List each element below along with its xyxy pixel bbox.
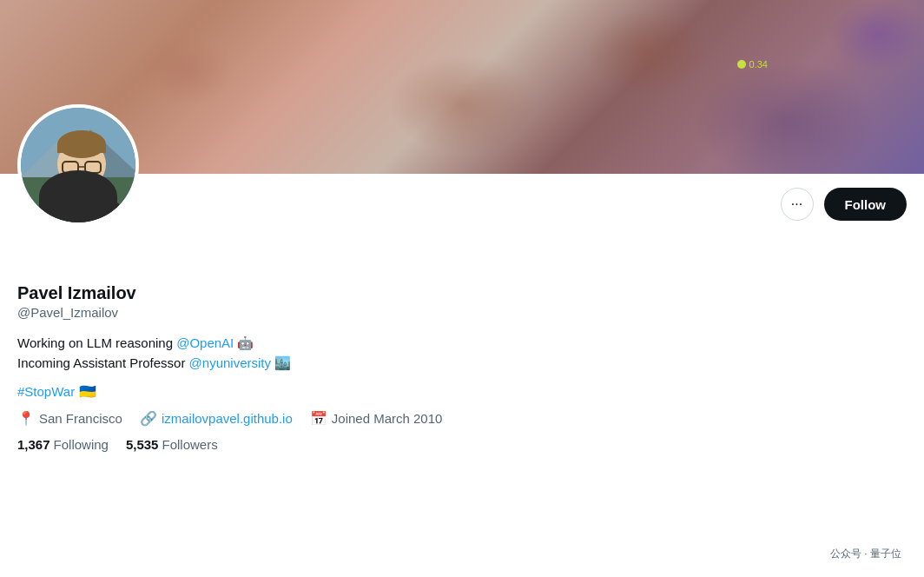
actions-row: ··· Follow: [17, 174, 907, 221]
following-stat[interactable]: 1,367 Following: [17, 437, 109, 452]
following-label: Following: [54, 437, 109, 452]
website-link[interactable]: izmailovpavel.github.io: [162, 411, 293, 426]
bio: Working on LLM reasoning @OpenAI 🤖 Incom…: [17, 334, 907, 373]
bio-emoji1: 🤖: [237, 335, 254, 350]
hashtag-line: #StopWar 🇺🇦: [17, 383, 907, 400]
calendar-icon: 📅: [310, 410, 327, 427]
website-item: 🔗 izmailovpavel.github.io: [140, 410, 293, 427]
followers-label: Followers: [162, 437, 217, 452]
avatar-image: [21, 108, 135, 222]
banner-texture: [0, 0, 924, 174]
bio-line1-text: Working on LLM reasoning: [17, 335, 176, 350]
banner-annotation: 0.34: [737, 59, 768, 70]
followers-count: 5,535: [126, 437, 159, 452]
location-item: 📍 San Francisco: [17, 410, 122, 427]
location-text: San Francisco: [39, 411, 122, 426]
link-icon: 🔗: [140, 410, 157, 427]
username: @Pavel_Izmailov: [17, 305, 907, 320]
svg-rect-6: [57, 144, 106, 153]
nyu-mention[interactable]: @nyuniversity: [189, 355, 271, 370]
followers-stat[interactable]: 5,535 Followers: [126, 437, 218, 452]
joined-item: 📅 Joined March 2010: [310, 410, 443, 427]
svg-rect-10: [43, 202, 121, 222]
bio-emoji2: 🏙️: [274, 355, 291, 370]
meta-row: 📍 San Francisco 🔗 izmailovpavel.github.i…: [17, 410, 907, 427]
banner-dot-label: 0.34: [749, 59, 768, 70]
more-options-button[interactable]: ···: [781, 188, 814, 221]
profile-info: Pavel Izmailov @Pavel_Izmailov Working o…: [17, 221, 907, 462]
display-name: Pavel Izmailov: [17, 283, 907, 303]
bio-line1: Working on LLM reasoning @OpenAI 🤖: [17, 335, 254, 350]
openai-mention[interactable]: @OpenAI: [176, 335, 234, 350]
follow-button[interactable]: Follow: [824, 188, 908, 221]
watermark: 公众号 · 量子位: [825, 545, 907, 563]
profile-section: ··· Follow Pavel Izmailov @Pavel_Izmailo…: [0, 174, 924, 462]
banner-dot-circle: [737, 60, 746, 69]
avatar: [17, 104, 139, 226]
location-icon: 📍: [17, 410, 35, 427]
stopwar-hashtag[interactable]: #StopWar: [17, 384, 75, 399]
joined-text: Joined March 2010: [332, 411, 443, 426]
profile-banner: 0.34: [0, 0, 924, 174]
bio-line2-text: Incoming Assistant Professor: [17, 355, 189, 370]
ukraine-flag: 🇺🇦: [79, 384, 96, 399]
stats-row: 1,367 Following 5,535 Followers: [17, 437, 907, 452]
following-count: 1,367: [17, 437, 50, 452]
bio-line2: Incoming Assistant Professor @nyuniversi…: [17, 355, 291, 370]
